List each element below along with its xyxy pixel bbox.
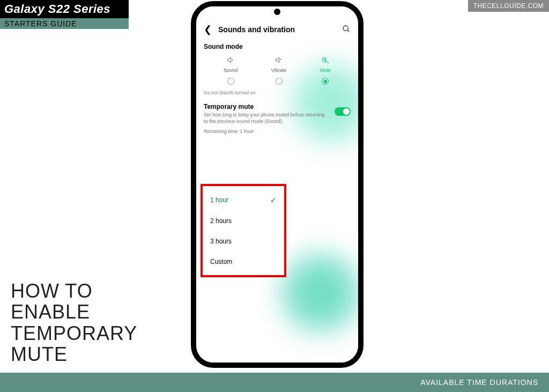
search-icon[interactable] (342, 25, 351, 35)
bottom-bar: AVAILABLE TIME DURATIONS (0, 373, 549, 392)
dnd-status: Do not disturb turned on (204, 90, 351, 95)
duration-option-2hours[interactable]: 2 hours (203, 211, 284, 231)
radio-checked (322, 78, 329, 85)
title-line: MUTE (11, 344, 137, 365)
temporary-mute-section: Temporary mute Set how long to keep your… (204, 103, 351, 124)
guide-label: STARTERS GUIDE (0, 18, 129, 29)
radio-unchecked (276, 78, 283, 85)
branding-badge: Galaxy S22 Series STARTERS GUIDE (0, 0, 129, 29)
mode-label: Vibrate (271, 68, 286, 73)
remaining-time: Remaining time: 1 hour (204, 129, 351, 134)
svg-line-1 (347, 30, 349, 32)
bottom-bar-text: AVAILABLE TIME DURATIONS (420, 378, 538, 387)
option-label: 2 hours (210, 217, 232, 225)
option-label: 1 hour (210, 196, 228, 204)
header-title: Sounds and vibration (218, 25, 342, 34)
page-title: HOW TO ENABLE TEMPORARY MUTE (11, 280, 137, 365)
settings-header: ❮ Sounds and vibration (196, 18, 358, 43)
sound-mode-sound[interactable]: Sound (224, 56, 238, 85)
sound-mode-vibrate[interactable]: Vibrate (271, 56, 286, 85)
title-line: HOW TO (11, 280, 137, 302)
mode-label: Sound (224, 68, 238, 73)
mode-label: Mute (320, 68, 331, 73)
check-icon: ✓ (270, 196, 277, 204)
camera-hole (274, 9, 280, 15)
duration-option-1hour[interactable]: 1 hour ✓ (203, 189, 284, 211)
site-badge: THECELLGUIDE.COM (468, 0, 549, 12)
temp-mute-title: Temporary mute (204, 103, 329, 110)
series-label: Galaxy S22 Series (0, 0, 129, 18)
sound-mode-selector: Sound Vibrate Mute (204, 56, 351, 85)
option-label: 3 hours (210, 238, 232, 245)
phone-frame: ❮ Sounds and vibration Sound mode Sound (191, 1, 363, 368)
phone-screen: ❮ Sounds and vibration Sound mode Sound (196, 6, 358, 363)
radio-unchecked (227, 78, 234, 85)
temp-mute-toggle[interactable] (335, 107, 351, 116)
sound-mode-mute[interactable]: Mute (320, 56, 331, 85)
duration-option-3hours[interactable]: 3 hours (203, 231, 284, 252)
svg-point-0 (343, 26, 348, 31)
mute-icon (321, 56, 330, 66)
sound-mode-label: Sound mode (204, 43, 351, 50)
speaker-icon (226, 56, 235, 66)
duration-dropdown: 1 hour ✓ 2 hours 3 hours Custom (201, 184, 286, 277)
title-line: TEMPORARY (11, 323, 137, 344)
back-icon[interactable]: ❮ (204, 24, 212, 35)
duration-option-custom[interactable]: Custom (203, 252, 284, 272)
vibrate-icon (274, 56, 283, 66)
title-line: ENABLE (11, 301, 137, 323)
option-label: Custom (210, 258, 232, 265)
temp-mute-description: Set how long to keep your phone muted be… (204, 112, 329, 124)
